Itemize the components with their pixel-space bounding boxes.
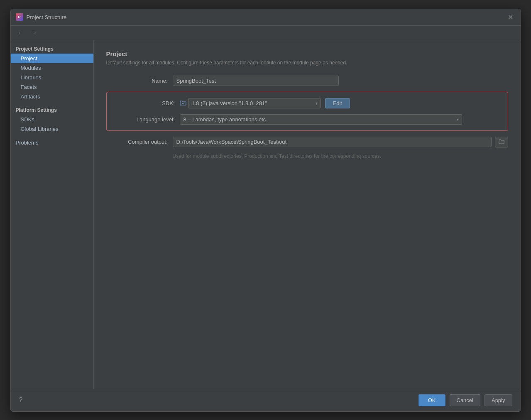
sidebar-item-artifacts[interactable]: Artifacts xyxy=(11,92,93,101)
compiler-output-input[interactable] xyxy=(173,137,492,147)
name-input[interactable] xyxy=(173,76,339,86)
compiler-output-path-row xyxy=(173,137,508,147)
sdk-icon xyxy=(180,100,186,106)
platform-settings-label: Platform Settings xyxy=(11,105,93,115)
sdk-row: SDK: 1.8 (2) java version "1.8.0_281" xyxy=(113,98,501,108)
compiler-output-folder-button[interactable] xyxy=(495,137,508,147)
dialog-title: Project Structure xyxy=(27,14,502,20)
sidebar-item-project[interactable]: Project xyxy=(11,54,93,63)
section-desc: Default settings for all modules. Config… xyxy=(106,60,508,66)
section-title: Project xyxy=(106,50,508,57)
project-settings-label: Project Settings xyxy=(11,44,93,54)
forward-button[interactable]: → xyxy=(29,28,39,37)
project-structure-dialog: P Project Structure ✕ ← → Project Settin… xyxy=(10,9,521,412)
language-level-label: Language level: xyxy=(113,116,180,123)
sdk-label: SDK: xyxy=(113,100,180,106)
compiler-output-label: Compiler output: xyxy=(106,139,173,145)
apply-button[interactable]: Apply xyxy=(485,394,512,406)
help-button[interactable]: ? xyxy=(19,396,23,404)
sidebar-item-facets[interactable]: Facets xyxy=(11,82,93,92)
compiler-output-hint: Used for module subdirectories, Producti… xyxy=(173,153,508,159)
sidebar-item-libraries[interactable]: Libraries xyxy=(11,73,93,82)
language-level-dropdown[interactable]: 8 – Lambdas, type annotations etc. xyxy=(180,114,462,125)
sdk-section: SDK: 1.8 (2) java version "1.8.0_281" xyxy=(106,92,508,131)
language-level-select-wrapper: 8 – Lambdas, type annotations etc. ▾ xyxy=(180,114,462,125)
cancel-button[interactable]: Cancel xyxy=(450,394,480,406)
sdk-dropdown[interactable]: 1.8 (2) java version "1.8.0_281" xyxy=(188,98,321,108)
sidebar-item-global-libraries[interactable]: Global Libraries xyxy=(11,124,93,134)
sidebar-item-problems[interactable]: Problems xyxy=(11,137,93,147)
main-content: Project Settings Project Modules Librari… xyxy=(11,40,521,389)
sidebar-item-sdks[interactable]: SDKs xyxy=(11,115,93,124)
content-area: Project Default settings for all modules… xyxy=(94,40,521,389)
ok-button[interactable]: OK xyxy=(418,394,445,406)
nav-bar: ← → xyxy=(11,26,521,40)
name-row: Name: xyxy=(106,76,508,86)
sidebar: Project Settings Project Modules Librari… xyxy=(11,40,94,389)
language-level-row: Language level: 8 – Lambdas, type annota… xyxy=(113,114,501,125)
footer: ? OK Cancel Apply xyxy=(11,389,521,411)
title-bar: P Project Structure ✕ xyxy=(11,9,521,26)
compiler-output-row: Compiler output: xyxy=(106,137,508,147)
sidebar-item-modules[interactable]: Modules xyxy=(11,63,93,73)
footer-actions: OK Cancel Apply xyxy=(418,394,512,406)
sdk-select-wrapper: 1.8 (2) java version "1.8.0_281" ▾ xyxy=(180,98,321,108)
name-label: Name: xyxy=(106,78,173,84)
back-button[interactable]: ← xyxy=(16,28,26,37)
close-button[interactable]: ✕ xyxy=(505,12,516,22)
app-icon: P xyxy=(16,13,23,21)
sdk-edit-button[interactable]: Edit xyxy=(325,98,350,108)
